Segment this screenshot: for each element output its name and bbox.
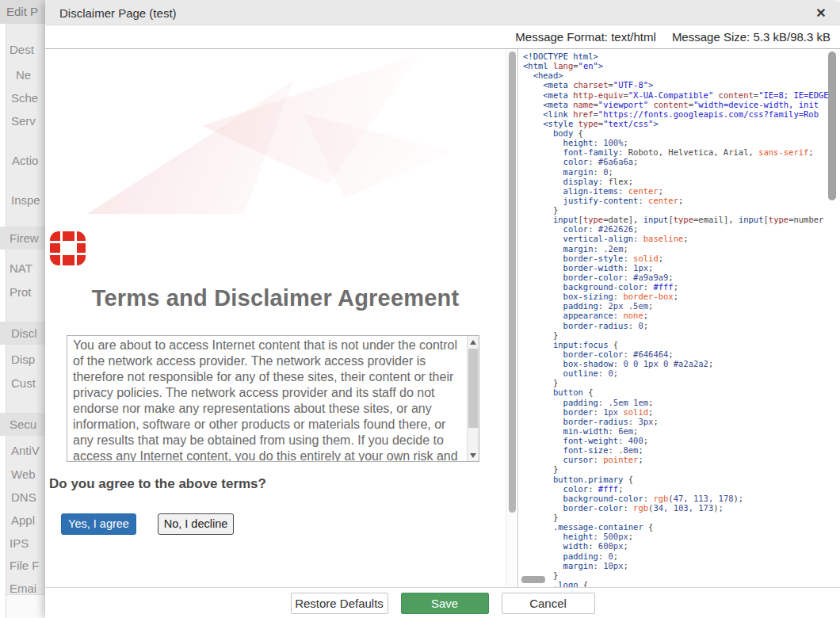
preview-scrollbar-thumb[interactable] xyxy=(509,52,516,513)
logo-cell xyxy=(63,255,74,265)
modal-titlebar: Disclaimer Page (test) ✕ xyxy=(45,2,840,25)
background-sidebar-item: Firew xyxy=(0,227,45,250)
background-sidebar-item: Sche xyxy=(0,86,45,109)
disclaimer-modal: Disclaimer Page (test) ✕ Message Format:… xyxy=(45,2,840,618)
code-editor[interactable]: <!DOCTYPE html><html lang="en"> <head> <… xyxy=(518,49,840,587)
agree-button[interactable]: Yes, I agree xyxy=(61,513,136,535)
modal-content: Terms and Disclaimer Agreement You are a… xyxy=(45,49,840,587)
textbox-scrollbar[interactable] xyxy=(467,336,479,461)
logo-cell xyxy=(50,231,60,241)
logo-cell xyxy=(63,231,74,241)
message-format-value: text/html xyxy=(611,30,656,44)
agreement-question: Do you agree to the above terms? xyxy=(49,476,266,492)
message-format: Message Format: text/html xyxy=(515,30,656,44)
decline-button[interactable]: No, I decline xyxy=(158,513,234,535)
background-sidebar-item: DNS xyxy=(0,486,45,509)
background-sidebar-item: Inspe xyxy=(0,189,45,212)
background-sidebar-item: Prot xyxy=(0,280,45,303)
preview-scrollbar[interactable] xyxy=(506,49,517,587)
restore-defaults-button[interactable]: Restore Defaults xyxy=(291,593,388,614)
fortinet-logo-icon xyxy=(50,231,86,265)
message-meta-header: Message Format: text/html Message Size: … xyxy=(45,25,840,49)
background-sidebar-item: Appl xyxy=(0,509,45,532)
disclaimer-preview-pane: Terms and Disclaimer Agreement You are a… xyxy=(45,49,506,587)
modal-title: Disclaimer Page (test) xyxy=(45,2,840,25)
code-horizontal-scrollbar-thumb[interactable] xyxy=(521,576,545,583)
background-edit-policy-header: Edit P xyxy=(0,0,45,24)
message-format-label: Message Format: xyxy=(515,30,608,44)
background-sidebar-item: Disp xyxy=(0,348,45,371)
scroll-down-icon[interactable] xyxy=(468,449,479,461)
background-sidebar-item: Actio xyxy=(0,149,45,172)
logo-cell xyxy=(77,243,86,253)
logo-cell xyxy=(77,255,86,265)
disclaimer-text: You are about to access Internet content… xyxy=(67,336,467,461)
textbox-scrollbar-thumb[interactable] xyxy=(468,349,478,428)
background-sidebar-item: Cust xyxy=(0,372,45,395)
background-sidebar-item: IPS xyxy=(0,532,45,555)
disclaimer-heading: Terms and Disclaimer Agreement xyxy=(45,285,506,311)
scroll-up-icon[interactable] xyxy=(468,336,479,348)
background-sidebar-item: File F xyxy=(0,554,45,577)
disclaimer-textbox[interactable]: You are about to access Internet content… xyxy=(67,335,479,462)
background-sidebar-item: NAT xyxy=(0,257,45,280)
message-size-label: Message Size: xyxy=(672,30,750,44)
logo-cell-empty xyxy=(63,243,74,253)
logo-cell xyxy=(50,255,60,265)
message-size: Message Size: 5.3 kB/98.3 kB xyxy=(672,30,830,44)
background-page: Edit P DestNeScheServActioInspeFirewNATP… xyxy=(0,0,45,618)
background-sidebar-item: AntiV xyxy=(0,439,45,462)
message-size-value: 5.3 kB/98.3 kB xyxy=(753,30,830,44)
background-sidebar-item: Dest xyxy=(0,38,45,61)
background-sidebar-item: Ne xyxy=(0,63,45,86)
background-sidebar-item: Web xyxy=(0,463,45,486)
code-vertical-scrollbar-thumb[interactable] xyxy=(828,52,836,200)
logo-cell xyxy=(77,231,86,241)
cancel-button[interactable]: Cancel xyxy=(502,593,595,614)
logo-cell xyxy=(50,243,60,253)
close-icon[interactable]: ✕ xyxy=(810,2,832,25)
code-lines: <!DOCTYPE html><html lang="en"> <head> <… xyxy=(518,49,840,587)
background-sidebar-item: Serv xyxy=(0,109,45,132)
modal-footer: Restore Defaults Save Cancel xyxy=(45,587,840,618)
background-bottom-panel xyxy=(6,594,45,618)
background-sidebar-item: Secu xyxy=(0,413,45,436)
background-sidebar-item: Discl xyxy=(0,322,45,345)
save-button[interactable]: Save xyxy=(401,593,489,614)
background-edit-policy-label: Edit P xyxy=(0,0,45,24)
